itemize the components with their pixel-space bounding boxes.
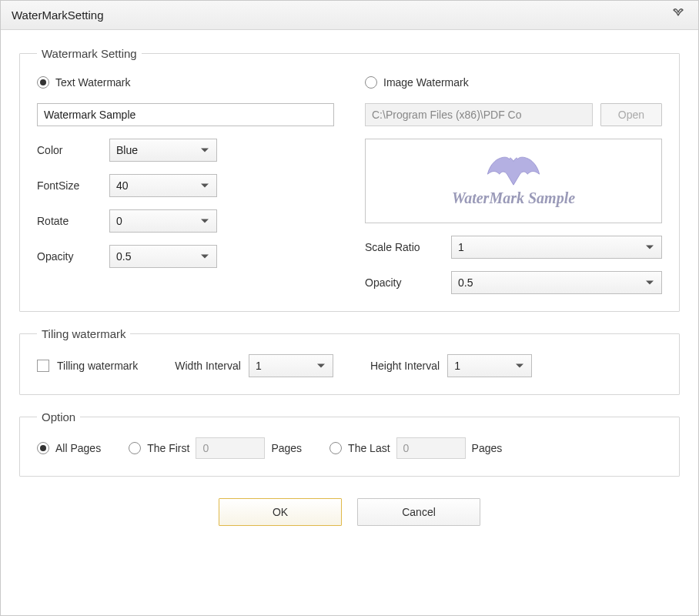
height-interval-combobox[interactable]: 1 (447, 354, 532, 377)
rotate-value: 0 (116, 215, 122, 227)
cancel-button[interactable]: Cancel (357, 498, 480, 526)
color-combobox[interactable]: Blue (109, 139, 217, 162)
last-pages-suffix: Pages (472, 442, 503, 454)
height-interval-label: Height Interval (370, 360, 440, 372)
bat-icon (487, 156, 540, 186)
last-pages-value: 0 (403, 442, 410, 454)
the-first-radio[interactable] (129, 442, 141, 454)
rotate-label: Rotate (37, 215, 100, 227)
text-watermark-radio-label: Text Watermark (55, 76, 131, 89)
open-button-label: Open (618, 109, 644, 121)
text-watermark-column: Text Watermark Watermark Sample Color Bl… (37, 74, 334, 294)
fontsize-value: 40 (116, 179, 129, 192)
the-first-label: The First (147, 442, 189, 454)
opacity-label: Opacity (37, 250, 100, 263)
ok-button[interactable]: OK (219, 498, 342, 526)
option-legend: Option (37, 410, 80, 424)
tiling-watermark-group: Tiling watermark Tilling watermark Width… (19, 327, 680, 395)
all-pages-label: All Pages (55, 442, 101, 454)
window-title: WaterMarkSetting (12, 8, 103, 22)
image-watermark-radio-label: Image Watermark (383, 76, 469, 89)
opacity-combobox[interactable]: 0.5 (109, 245, 217, 268)
titlebar: WaterMarkSetting (1, 1, 698, 30)
watermark-setting-dialog: WaterMarkSetting Watermark Setting Text … (0, 0, 699, 616)
option-group: Option All Pages The First 0 Pages The L… (19, 410, 680, 477)
preview-text: WaterMark Sample (452, 189, 575, 207)
the-last-label: The Last (348, 442, 390, 454)
scale-ratio-value: 1 (458, 241, 464, 253)
rotate-combobox[interactable]: 0 (109, 209, 217, 233)
first-pages-suffix: Pages (271, 442, 302, 454)
close-icon[interactable] (669, 7, 687, 23)
width-interval-label: Width Interval (175, 360, 241, 372)
image-opacity-label: Opacity (365, 276, 442, 289)
all-pages-radio[interactable] (37, 442, 49, 454)
scale-ratio-combobox[interactable]: 1 (451, 236, 662, 259)
watermark-text-input[interactable]: Watermark Sample (37, 103, 334, 126)
image-watermark-radio[interactable] (365, 76, 377, 89)
last-pages-input[interactable]: 0 (396, 437, 466, 459)
open-button[interactable]: Open (600, 103, 662, 126)
image-opacity-combobox[interactable]: 0.5 (451, 271, 662, 294)
opacity-value: 0.5 (116, 250, 131, 263)
width-interval-value: 1 (256, 360, 262, 372)
color-value: Blue (116, 144, 138, 156)
image-watermark-column: Image Watermark C:\Program Files (x86)\P… (365, 74, 662, 294)
dialog-content: Watermark Setting Text Watermark Waterma… (1, 30, 698, 615)
watermark-setting-group: Watermark Setting Text Watermark Waterma… (19, 47, 680, 312)
height-interval-value: 1 (454, 360, 460, 372)
the-last-radio[interactable] (329, 442, 342, 454)
watermark-text-value: Watermark Sample (44, 109, 135, 121)
image-path-input[interactable]: C:\Program Files (x86)\PDF Co (365, 103, 593, 126)
color-label: Color (37, 144, 100, 156)
image-opacity-value: 0.5 (458, 276, 473, 289)
scale-ratio-label: Scale Ratio (365, 241, 442, 253)
fontsize-combobox[interactable]: 40 (109, 174, 217, 197)
first-pages-input[interactable]: 0 (196, 437, 265, 459)
tiling-checkbox-label: Tilling watermark (57, 360, 138, 372)
tiling-watermark-legend: Tiling watermark (37, 327, 130, 340)
width-interval-combobox[interactable]: 1 (249, 354, 333, 377)
watermark-preview: WaterMark Sample (365, 139, 662, 223)
watermark-setting-legend: Watermark Setting (37, 47, 142, 60)
cancel-button-label: Cancel (402, 506, 436, 518)
text-watermark-radio[interactable] (37, 76, 49, 89)
first-pages-value: 0 (202, 442, 209, 454)
dialog-footer: OK Cancel (19, 492, 680, 541)
ok-button-label: OK (273, 506, 288, 518)
image-path-value: C:\Program Files (x86)\PDF Co (372, 109, 521, 121)
fontsize-label: FontSize (37, 179, 100, 192)
tiling-checkbox[interactable] (37, 360, 49, 372)
